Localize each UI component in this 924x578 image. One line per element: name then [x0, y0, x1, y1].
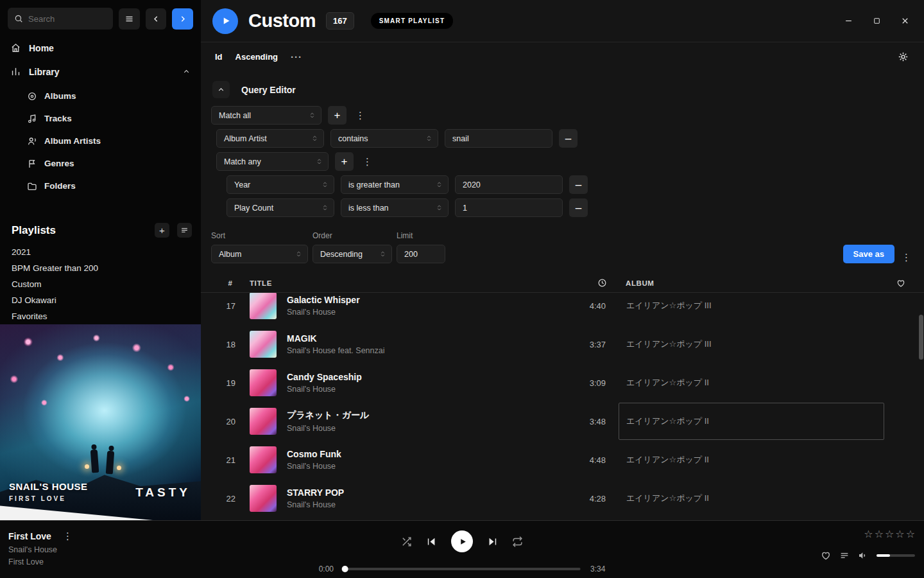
sort-select[interactable]: Album	[211, 245, 308, 263]
settings-button[interactable]	[898, 51, 909, 62]
track-title[interactable]: MAGIK	[287, 333, 384, 344]
column-header-title[interactable]: TITLE	[250, 279, 574, 287]
volume-button[interactable]	[858, 550, 868, 561]
track-title[interactable]: Cosmo Funk	[287, 449, 341, 459]
track-artist[interactable]: Snail's House	[287, 424, 369, 433]
now-playing-album[interactable]: First Love	[8, 557, 75, 566]
add-playlist-button[interactable]: +	[155, 223, 169, 238]
rule-value-input[interactable]	[455, 198, 563, 217]
album-link[interactable]: エイリアン☆ポップ II	[626, 416, 709, 427]
close-button[interactable]	[900, 16, 910, 26]
column-header-album[interactable]: ALBUM	[619, 279, 888, 287]
add-rule-button[interactable]: +	[335, 152, 354, 171]
rule-operator-select[interactable]: is less than	[341, 198, 449, 217]
track-artist[interactable]: Snail's House	[287, 462, 341, 471]
album-link[interactable]: エイリアン☆ポップ II	[626, 377, 709, 389]
column-header-index[interactable]: #	[228, 279, 233, 287]
search-input-container[interactable]	[8, 8, 113, 30]
star-icon[interactable]: ☆	[875, 529, 884, 539]
track-title[interactable]: プラネット・ガール	[287, 410, 369, 421]
track-artist[interactable]: Snail's House	[287, 308, 360, 317]
maximize-button[interactable]	[873, 17, 881, 25]
save-options-button[interactable]: ⋮	[899, 252, 914, 263]
sidebar-item-home[interactable]: Home	[0, 36, 201, 60]
subgroup-match-type-select[interactable]: Match any	[216, 152, 329, 171]
track-title[interactable]: Candy Spaceship	[287, 372, 362, 382]
seek-handle[interactable]	[342, 566, 348, 572]
playlist-item[interactable]: DJ Okawari	[0, 292, 201, 308]
volume-slider[interactable]	[877, 554, 915, 557]
track-album-cell[interactable]: エイリアン☆ポップ II	[619, 441, 884, 478]
star-icon[interactable]: ☆	[906, 529, 915, 539]
track-album-cell[interactable]: エイリアン☆ポップ II	[619, 480, 884, 517]
sidebar-item-albums[interactable]: Albums	[0, 85, 201, 107]
duration-column-icon[interactable]	[597, 278, 619, 288]
rule-field-select[interactable]: Year	[227, 175, 334, 194]
track-row[interactable]: 19 Candy Spaceship Snail's House 3:09 エイ…	[201, 363, 924, 402]
chevron-up-icon[interactable]	[182, 67, 191, 76]
playlist-list-options-button[interactable]	[177, 223, 192, 238]
sidebar-item-library[interactable]: Library	[0, 60, 201, 83]
seek-slider[interactable]	[343, 568, 581, 570]
rule-field-select[interactable]: Album Artist	[216, 129, 324, 148]
nav-forward-button[interactable]	[172, 8, 193, 30]
order-select[interactable]: Descending	[312, 245, 392, 263]
now-playing-artwork[interactable]: SNAIL'S HOUSE FIRST LOVE TASTY	[0, 324, 201, 520]
group-options-button[interactable]: ⋮	[360, 156, 375, 168]
playlist-item[interactable]: 2021	[0, 244, 201, 260]
track-row[interactable]: 18 MAGIK Snail's House feat. Sennzai 3:3…	[201, 325, 924, 363]
now-playing-title[interactable]: First Love	[8, 531, 51, 541]
rule-value-input[interactable]	[455, 175, 563, 194]
minimize-button[interactable]	[844, 16, 853, 26]
rule-value-input[interactable]	[445, 129, 552, 148]
next-track-button[interactable]	[487, 536, 498, 547]
album-link[interactable]: エイリアン☆ポップ II	[626, 493, 709, 504]
match-type-select[interactable]: Match all	[211, 106, 321, 125]
add-rule-button[interactable]: +	[328, 106, 346, 125]
track-row[interactable]: 21 Cosmo Funk Snail's House 4:48 エイリアン☆ポ…	[201, 441, 924, 479]
save-as-button[interactable]: Save as	[843, 245, 894, 263]
favorite-button[interactable]	[821, 550, 831, 561]
album-link[interactable]: エイリアン☆ポップ III	[626, 300, 712, 311]
rule-field-select[interactable]: Play Count	[227, 198, 334, 217]
track-album-cell[interactable]: エイリアン☆ポップ III	[619, 326, 884, 363]
star-icon[interactable]: ☆	[864, 529, 873, 539]
favorite-column-icon[interactable]	[896, 279, 905, 288]
group-options-button[interactable]: ⋮	[353, 110, 368, 121]
track-artist[interactable]: Snail's House	[287, 385, 362, 394]
track-artist[interactable]: Snail's House feat. Sennzai	[287, 346, 384, 355]
remove-rule-button[interactable]: –	[569, 198, 588, 217]
now-playing-options-button[interactable]: ⋮	[60, 530, 75, 542]
repeat-button[interactable]	[512, 536, 523, 547]
track-album-cell[interactable]: エイリアン☆ポップ II	[619, 364, 884, 401]
search-input[interactable]	[28, 14, 99, 24]
sidebar-item-album-artists[interactable]: Album Artists	[0, 130, 201, 152]
remove-rule-button[interactable]: –	[559, 129, 578, 148]
rule-operator-select[interactable]: is greater than	[341, 175, 449, 194]
play-pause-button[interactable]	[451, 530, 473, 552]
rule-operator-select[interactable]: contains	[330, 129, 438, 148]
track-album-cell[interactable]: エイリアン☆ポップ II	[619, 403, 884, 440]
remove-rule-button[interactable]: –	[569, 175, 588, 194]
sort-direction-button[interactable]: Ascending	[235, 52, 278, 62]
star-icon[interactable]: ☆	[895, 529, 904, 539]
previous-track-button[interactable]	[426, 536, 437, 547]
nav-back-button[interactable]	[146, 8, 167, 30]
track-row[interactable]: 20 プラネット・ガール Snail's House 3:48 エイリアン☆ポッ…	[201, 402, 924, 441]
track-artist[interactable]: Snail's House	[287, 500, 344, 509]
playlist-item[interactable]: Favorites	[0, 308, 201, 324]
star-icon[interactable]: ☆	[885, 529, 894, 539]
track-row[interactable]: 22 STARRY POP Snail's House 4:28 エイリアン☆ポ…	[201, 479, 924, 518]
track-title[interactable]: Galactic Whisper	[287, 295, 360, 305]
queue-button[interactable]	[839, 550, 850, 561]
playlist-item[interactable]: BPM Greater than 200	[0, 260, 201, 276]
limit-input[interactable]	[397, 245, 445, 263]
sidebar-item-folders[interactable]: Folders	[0, 175, 201, 197]
menu-button[interactable]	[119, 8, 140, 30]
collapse-query-editor-button[interactable]	[212, 81, 230, 98]
album-link[interactable]: エイリアン☆ポップ III	[626, 338, 712, 350]
album-link[interactable]: エイリアン☆ポップ II	[626, 454, 709, 466]
more-options-button[interactable]: ···	[291, 51, 302, 62]
now-playing-artist[interactable]: Snail's House	[8, 545, 75, 554]
sidebar-item-tracks[interactable]: Tracks	[0, 107, 201, 130]
